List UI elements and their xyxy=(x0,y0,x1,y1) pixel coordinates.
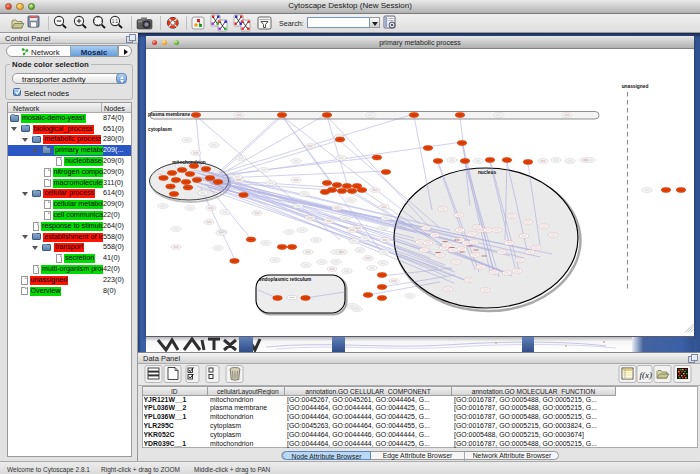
svg-text:unassigned: unassigned xyxy=(622,84,649,89)
svg-text:plasma membrane: plasma membrane xyxy=(148,112,190,117)
svg-text:f(x): f(x) xyxy=(640,370,653,380)
svg-text:nucleus: nucleus xyxy=(478,170,496,175)
svg-text:cytoplasm: cytoplasm xyxy=(148,127,172,132)
svg-text:1:1: 1:1 xyxy=(112,19,119,24)
svg-text:endoplasmic reticulum: endoplasmic reticulum xyxy=(259,277,311,282)
